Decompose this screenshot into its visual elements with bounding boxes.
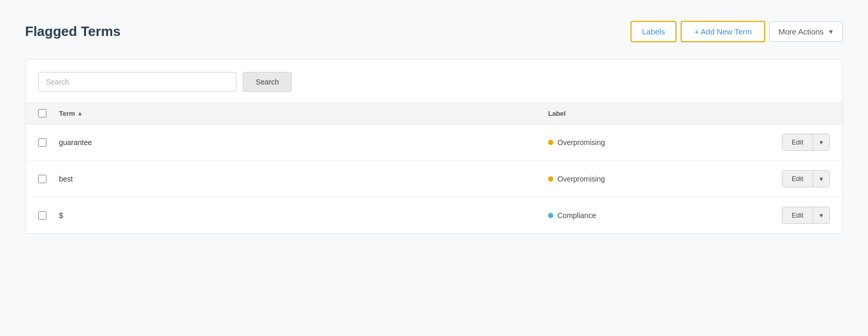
row-term: $ — [59, 211, 548, 220]
edit-button[interactable]: Edit — [782, 171, 813, 187]
page-header: Flagged Terms Labels + Add New Term More… — [25, 21, 843, 42]
edit-button-group: Edit ▼ — [782, 170, 830, 187]
search-input[interactable] — [38, 72, 236, 92]
row-checkbox-container[interactable] — [38, 175, 59, 183]
row-actions: Edit ▼ — [767, 170, 830, 187]
row-term: guarantee — [59, 138, 548, 147]
row-actions: Edit ▼ — [767, 207, 830, 224]
row-checkbox[interactable] — [38, 138, 46, 147]
add-new-term-button[interactable]: + Add New Term — [681, 21, 765, 42]
edit-chevron-button[interactable]: ▼ — [813, 171, 829, 187]
row-actions: Edit ▼ — [767, 134, 830, 151]
row-checkbox[interactable] — [38, 175, 46, 183]
label-dot-icon — [548, 176, 553, 182]
page-title: Flagged Terms — [25, 23, 121, 40]
table-header: Term ▲ Label — [26, 103, 842, 124]
edit-chevron-icon: ▼ — [818, 139, 824, 146]
select-all-checkbox[interactable] — [38, 109, 46, 117]
label-column-header: Label — [548, 110, 767, 117]
edit-chevron-icon: ▼ — [818, 176, 824, 182]
row-checkbox-container[interactable] — [38, 211, 59, 220]
table-container: Search Term ▲ Label guarantee — [25, 59, 843, 234]
edit-chevron-button[interactable]: ▼ — [813, 134, 829, 150]
edit-button-group: Edit ▼ — [782, 207, 830, 224]
label-dot-icon — [548, 140, 553, 145]
header-actions: Labels + Add New Term More Actions ▼ — [631, 21, 843, 42]
label-dot-icon — [548, 213, 553, 218]
row-label: Compliance — [548, 211, 767, 220]
row-checkbox[interactable] — [38, 211, 46, 220]
row-label: Overpromising — [548, 138, 767, 147]
row-label: Overpromising — [548, 175, 767, 183]
edit-button[interactable]: Edit — [782, 134, 813, 150]
table-row: best Overpromising Edit ▼ — [26, 161, 842, 197]
edit-button-group: Edit ▼ — [782, 134, 830, 151]
page-container: Flagged Terms Labels + Add New Term More… — [0, 0, 868, 255]
search-bar: Search — [26, 59, 842, 103]
sort-arrow-icon: ▲ — [77, 110, 83, 116]
search-button[interactable]: Search — [243, 72, 292, 92]
edit-button[interactable]: Edit — [782, 207, 813, 223]
row-checkbox-container[interactable] — [38, 138, 59, 147]
term-header-label: Term — [59, 110, 75, 117]
term-column-header[interactable]: Term ▲ — [59, 110, 548, 117]
edit-chevron-button[interactable]: ▼ — [813, 207, 829, 223]
more-actions-button[interactable]: More Actions ▼ — [769, 21, 843, 42]
select-all-checkbox-container[interactable] — [38, 109, 59, 117]
more-actions-label: More Actions — [778, 27, 824, 36]
labels-button[interactable]: Labels — [631, 21, 676, 42]
table-row: $ Compliance Edit ▼ — [26, 197, 842, 233]
label-header-label: Label — [548, 110, 566, 117]
edit-chevron-icon: ▼ — [818, 212, 824, 219]
chevron-down-icon: ▼ — [828, 28, 834, 35]
row-term: best — [59, 175, 548, 183]
table-row: guarantee Overpromising Edit ▼ — [26, 124, 842, 161]
